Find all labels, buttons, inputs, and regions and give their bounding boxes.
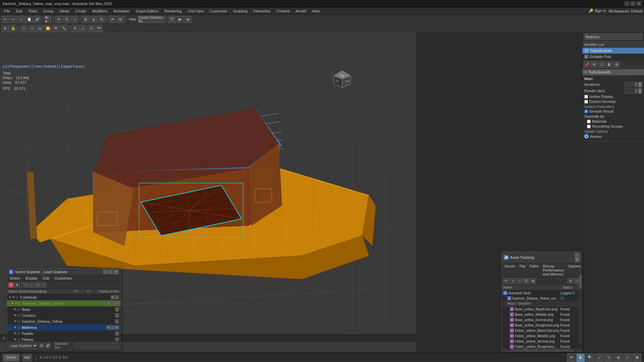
at-collapse-btn[interactable]: − — [517, 278, 523, 284]
object-name-field[interactable] — [584, 34, 643, 40]
filter-icon[interactable]: ✕ — [8, 282, 14, 288]
turbosmooth-modifier[interactable]: T TurboSmooth — [582, 48, 644, 54]
explorer-menu-select[interactable]: Select — [8, 276, 21, 281]
render-iters-down[interactable]: ▼ — [638, 91, 642, 94]
at-row-base-color[interactable]: B Base_yellow_BaseColor.png Found — [502, 306, 582, 312]
render-iters-spinner-btns[interactable]: ▲ ▼ — [638, 88, 642, 94]
field-of-view-button[interactable]: 👁 — [614, 353, 623, 362]
iterations-spinner-btns[interactable]: ▲ ▼ — [638, 82, 642, 87]
materials-checkbox[interactable] — [587, 120, 591, 123]
menu-customize[interactable]: Customize — [207, 8, 230, 14]
orbit-button[interactable]: ⟳ — [567, 353, 576, 362]
menu-help[interactable]: Help — [310, 8, 323, 14]
at-row-vault[interactable]: V Autodesk Vault Logged O — [502, 290, 582, 296]
link-button[interactable]: 🔗 — [34, 16, 41, 23]
move-button[interactable]: ✛ — [55, 16, 62, 23]
menu-content[interactable]: Content — [274, 8, 292, 14]
zoom-button[interactable]: 🔍 — [586, 353, 594, 362]
sub-obj-button[interactable]: ⬡ — [20, 25, 28, 32]
layer-row-curtains[interactable]: 👁 ◻ Curtains □ — [7, 312, 120, 318]
snap-mode-button[interactable]: ⊕ — [1, 25, 9, 32]
at-settings-btn[interactable]: ⚙ — [568, 278, 574, 284]
explorer-close[interactable]: ✕ — [114, 269, 118, 274]
menu-scripting[interactable]: Scripting — [230, 8, 250, 14]
create-tab[interactable]: ✦ — [71, 25, 78, 32]
render-setup-button[interactable]: 🎬 — [168, 16, 176, 23]
at-scrollbar-thumb[interactable] — [579, 275, 582, 289]
motion-button[interactable]: ⏩ — [44, 25, 52, 32]
undo-button[interactable]: ↩ — [1, 16, 9, 23]
iterations-spinner[interactable]: ▲ ▼ — [624, 82, 642, 87]
obj-button[interactable]: □ — [28, 25, 36, 32]
lights-button[interactable]: ☀ — [87, 25, 95, 32]
always-row[interactable]: Always — [584, 134, 642, 138]
align-button[interactable]: ⊟ — [117, 16, 124, 23]
at-scrollbar-track[interactable] — [510, 349, 574, 352]
cameras-button[interactable]: 📷 — [95, 25, 103, 32]
menu-arnold[interactable]: Arnold — [293, 8, 309, 14]
layer-row-pillows[interactable]: 👁 ◻ Pillows □ — [7, 337, 120, 341]
at-menu-options[interactable]: Options — [567, 264, 582, 277]
layer-row-default[interactable]: ▼ 👁 ◻ 0 (default) ❄ □ — [7, 294, 120, 300]
menu-file[interactable]: File — [1, 8, 13, 14]
at-refresh-btn[interactable]: ↻ — [503, 278, 509, 284]
at-expand-btn[interactable]: + — [510, 278, 516, 284]
window-controls[interactable]: – □ ✕ — [625, 1, 641, 6]
zoom-extents-button[interactable]: ⤢ — [595, 353, 604, 362]
filter-dropdown[interactable]: ▼ — [14, 282, 20, 288]
smooth-result-checkbox[interactable] — [584, 110, 588, 113]
menu-tools[interactable]: Tools — [26, 8, 40, 14]
maximize-button[interactable]: □ — [631, 1, 635, 6]
menu-group[interactable]: Group — [40, 8, 56, 14]
always-radio[interactable] — [584, 134, 589, 138]
smoothing-groups-checkbox[interactable] — [587, 125, 591, 128]
at-close[interactable]: ✕ — [575, 257, 580, 262]
delete-layer-btn[interactable]: − — [29, 282, 35, 288]
explicit-normals-checkbox[interactable] — [584, 100, 588, 104]
create-selection-button[interactable]: Create Selection Se — [138, 16, 165, 23]
selection-set-input[interactable] — [74, 343, 119, 348]
zoom-all-button[interactable]: ⊠ — [633, 353, 641, 362]
rotate-button[interactable]: ↻ — [63, 16, 70, 23]
at-vertical-scrollbar[interactable] — [579, 275, 582, 344]
layer-row-kashmir[interactable]: ▼ 👁 ◻ Kashmir_Shikara_Yellow ❄ □ ⊞ — [7, 300, 120, 306]
explorer-minimize[interactable]: – — [103, 269, 108, 274]
layer-row-paddle[interactable]: 👁 ◻ Paddle □ — [7, 330, 120, 337]
delete-modifier-button[interactable]: 🗑 — [606, 61, 612, 68]
at-menu-server[interactable]: Server — [503, 264, 517, 277]
at-menu-bitmap[interactable]: Bitmap Performance and Memory — [541, 264, 565, 277]
at-row-base-roughness[interactable]: B Base_yellow_Roughness.png Found — [502, 322, 582, 328]
material-editor-button[interactable]: ◈ — [184, 16, 192, 23]
at-minimize[interactable]: – — [575, 253, 580, 257]
menu-views[interactable]: Views — [57, 8, 72, 14]
explorer-dropdown[interactable]: Layer Explorer — [8, 343, 38, 349]
iterations-down[interactable]: ▼ — [638, 84, 642, 87]
render-iters-spinner[interactable]: ▲ ▼ — [624, 88, 642, 94]
explorer-menu-edit[interactable]: Edit — [42, 276, 51, 281]
walk-button[interactable]: 🚶 — [623, 353, 632, 362]
shapes-button[interactable]: △ — [79, 25, 87, 32]
add-btn[interactable]: Add — [22, 354, 32, 361]
menu-interactive[interactable]: Interactive — [251, 8, 273, 14]
explorer-config-btn[interactable]: ⚙ — [39, 343, 44, 348]
utilities-button[interactable]: 🔧 — [60, 25, 68, 32]
viewport-cube[interactable]: Top Right Left — [332, 69, 352, 89]
iterations-input[interactable] — [624, 82, 638, 87]
zoom-selected-button[interactable]: ⤡ — [604, 353, 613, 362]
select-filter-dropdown[interactable]: All ▼ — [44, 16, 52, 23]
display-button[interactable]: 👁 — [52, 25, 60, 32]
layer-row-base[interactable]: 👁 ◻ Base □ — [7, 306, 120, 312]
at-menu-file[interactable]: File — [518, 264, 527, 277]
at-row-base-metallic[interactable]: B Base_yellow_Metallic.png Found — [502, 312, 582, 317]
menu-edit[interactable]: Edit — [13, 8, 25, 14]
minimize-button[interactable]: – — [625, 1, 629, 6]
render-iters-input[interactable] — [624, 88, 638, 94]
settings-modifier-button[interactable]: ⚙ — [613, 61, 620, 68]
at-row-fabric-metallic[interactable]: F Fabric_yellow_Metallic.png Found — [502, 333, 582, 339]
at-row-fabric-normal[interactable]: F Fabric_yellow_Normal.png Found — [502, 339, 582, 344]
layer-row-kashmir-sub[interactable]: 👁 ◻ Kashmir_Shikara_Yellow □ — [7, 318, 120, 324]
menu-modifiers[interactable]: Modifiers — [90, 8, 110, 14]
select-by-name-button[interactable]: 📋 — [25, 16, 33, 23]
explorer-maximize[interactable]: □ — [108, 269, 113, 274]
smooth-result-row[interactable]: Smooth Result — [584, 109, 642, 113]
